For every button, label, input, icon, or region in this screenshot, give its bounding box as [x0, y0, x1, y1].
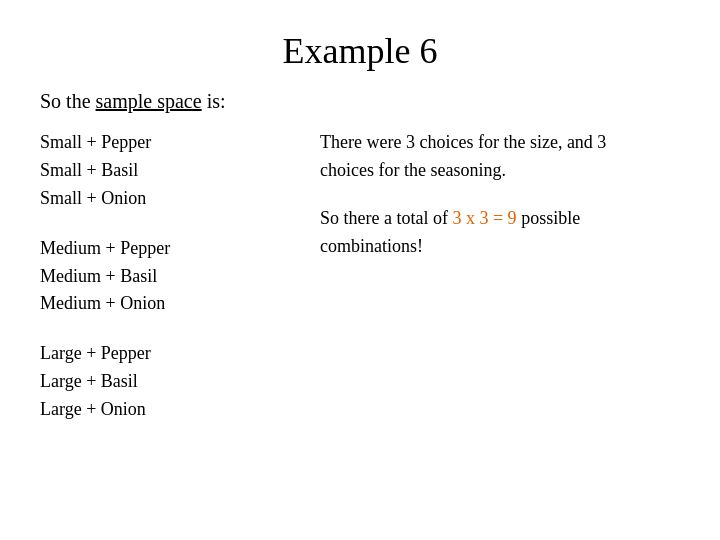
list-item: Large + Pepper: [40, 340, 320, 368]
main-content: Small + Pepper Small + Basil Small + Oni…: [40, 129, 680, 446]
page: Example 6 So the sample space is: Small …: [0, 0, 720, 540]
subtitle-after: is:: [202, 90, 226, 112]
page-title: Example 6: [40, 30, 680, 72]
list-item: Small + Basil: [40, 157, 320, 185]
list-item: Large + Basil: [40, 368, 320, 396]
list-item: Medium + Onion: [40, 290, 320, 318]
medium-group: Medium + Pepper Medium + Basil Medium + …: [40, 235, 320, 319]
explanation-2: So there a total of 3 x 3 = 9 possible c…: [320, 205, 660, 261]
list-item: Small + Onion: [40, 185, 320, 213]
subtitle: So the sample space is:: [40, 90, 680, 113]
small-group: Small + Pepper Small + Basil Small + Oni…: [40, 129, 320, 213]
large-group: Large + Pepper Large + Basil Large + Oni…: [40, 340, 320, 424]
list-item: Medium + Basil: [40, 263, 320, 291]
subtitle-before: So the: [40, 90, 96, 112]
left-column: Small + Pepper Small + Basil Small + Oni…: [40, 129, 320, 446]
list-item: Large + Onion: [40, 396, 320, 424]
explanation-2-highlight: 3 x 3 = 9: [452, 208, 516, 228]
explanation-2-before: So there a total of: [320, 208, 452, 228]
explanation-1: There were 3 choices for the size, and 3…: [320, 129, 660, 185]
list-item: Medium + Pepper: [40, 235, 320, 263]
explanation-1-text: There were 3 choices for the size, and 3…: [320, 132, 606, 180]
list-item: Small + Pepper: [40, 129, 320, 157]
subtitle-underline: sample space: [96, 90, 202, 112]
right-column: There were 3 choices for the size, and 3…: [320, 129, 680, 446]
